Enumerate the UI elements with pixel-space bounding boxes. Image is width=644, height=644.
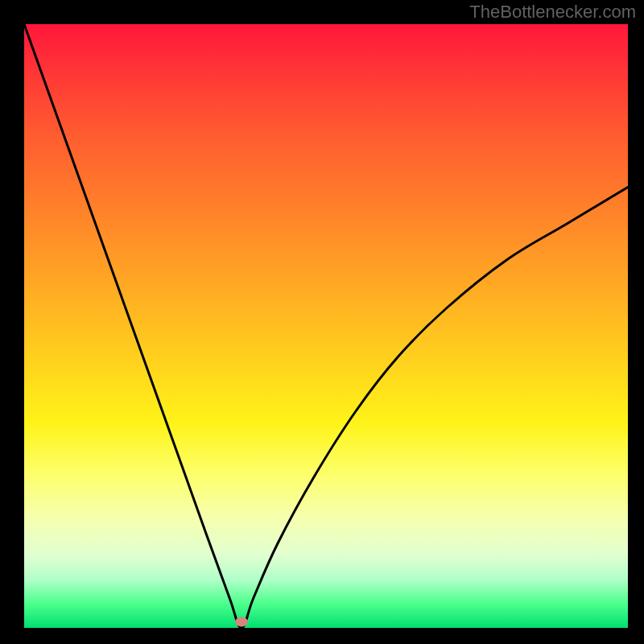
bottom-border bbox=[0, 628, 644, 644]
vertex-marker bbox=[235, 617, 248, 627]
watermark-text: TheBottlenecker.com bbox=[469, 2, 636, 23]
chart-area bbox=[24, 24, 628, 628]
bottleneck-curve bbox=[24, 24, 628, 628]
right-border bbox=[628, 24, 644, 628]
